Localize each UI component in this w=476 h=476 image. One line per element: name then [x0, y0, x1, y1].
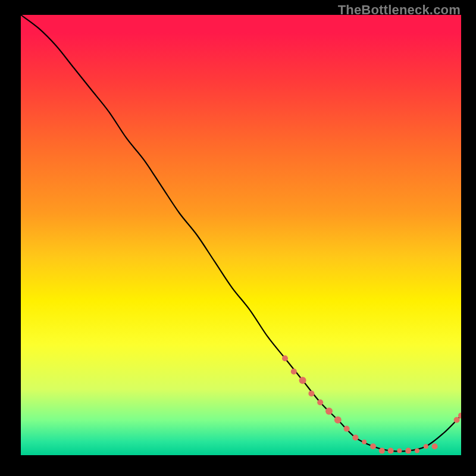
marker-dot — [415, 449, 419, 453]
marker-dot — [325, 408, 333, 415]
marker-dot — [379, 448, 385, 454]
marker-dot — [370, 443, 376, 449]
marker-dot — [317, 399, 323, 405]
marker-dot — [362, 440, 367, 444]
bottleneck-curve — [21, 15, 461, 452]
chart-overlay-svg — [21, 15, 461, 455]
marker-dot — [454, 417, 460, 423]
marker-dot — [405, 448, 411, 454]
marker-dot — [352, 434, 358, 440]
marker-dot — [432, 443, 438, 449]
marker-dot — [291, 368, 297, 374]
marker-dot — [334, 416, 342, 424]
marker-group — [282, 355, 461, 453]
marker-dot — [308, 390, 314, 396]
marker-dot — [388, 448, 394, 454]
marker-dot — [344, 426, 350, 432]
marker-dot — [397, 449, 402, 453]
plot-area — [21, 15, 461, 455]
chart-stage: TheBottleneck.com — [0, 0, 476, 476]
marker-dot — [282, 355, 288, 361]
marker-dot — [424, 444, 428, 449]
marker-dot — [299, 377, 306, 384]
